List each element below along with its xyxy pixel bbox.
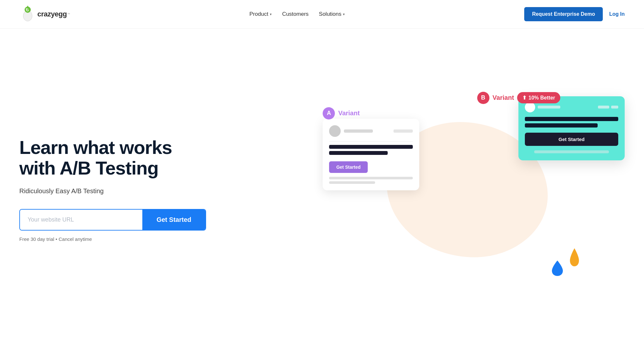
card-a-footer	[329, 177, 413, 184]
nav-solutions[interactable]: Solutions ▾	[319, 11, 345, 17]
card-b-hbar-2	[598, 106, 609, 109]
card-a-text-1	[329, 145, 413, 149]
card-a-footer-bar-1	[329, 177, 413, 179]
card-b-text-1	[525, 117, 618, 121]
droplet-blue-icon	[551, 260, 564, 277]
card-b-header-bars	[538, 106, 618, 109]
hero-section: Learn what works with A/B Testing Ridicu…	[0, 29, 644, 341]
enterprise-demo-button[interactable]: Request Enterprise Demo	[524, 7, 603, 21]
login-button[interactable]: Log In	[609, 11, 625, 17]
svg-point-5	[27, 6, 28, 7]
card-b-hbar-1	[538, 106, 560, 109]
product-chevron-icon: ▾	[270, 12, 272, 16]
better-arrow-icon: ⬆	[522, 95, 526, 101]
navbar: G crazyegg ™ Product ▾ Customers Solutio…	[0, 0, 644, 29]
hero-subheadline: Ridiculously Easy A/B Testing	[19, 187, 206, 195]
avatar-icon	[329, 125, 341, 137]
url-input[interactable]	[20, 210, 142, 230]
card-a-name-bar	[344, 129, 373, 133]
droplet-gold-icon	[569, 248, 580, 267]
svg-text:G: G	[26, 8, 29, 12]
card-a-meta-bar	[393, 129, 413, 133]
get-started-button[interactable]: Get Started	[142, 210, 205, 230]
card-a-footer-bar-2	[329, 181, 375, 184]
card-b-text-2	[525, 123, 598, 128]
logo-tm: ™	[67, 13, 70, 16]
card-a-divider	[329, 141, 413, 142]
nav-links: Product ▾ Customers Solutions ▾	[250, 11, 345, 17]
nav-product[interactable]: Product ▾	[250, 11, 272, 17]
variant-a-text: Variant	[338, 109, 360, 117]
logo-icon: G	[19, 6, 36, 23]
card-a-text-2	[329, 151, 388, 155]
hero-left: Learn what works with A/B Testing Ridicu…	[19, 137, 206, 242]
variant-b-text: Variant	[493, 94, 514, 101]
hero-illustration: A Variant Get Started	[310, 96, 625, 283]
variant-a-badge: A	[323, 107, 335, 119]
variant-a-card: A Variant Get Started	[323, 119, 419, 190]
card-b-content	[525, 117, 618, 128]
card-b-hbar-3	[611, 106, 618, 109]
variant-b-badge: B	[477, 92, 489, 104]
nav-customers[interactable]: Customers	[282, 11, 308, 17]
card-a-content	[329, 145, 413, 155]
hero-headline: Learn what works with A/B Testing	[19, 137, 206, 178]
card-b-cta-button[interactable]: Get Started	[525, 133, 618, 146]
trial-note: Free 30 day trial • Cancel anytime	[19, 236, 206, 242]
variant-b-card: Get Started	[518, 96, 625, 160]
variant-b-label-group: B Variant ⬆ 10% Better	[477, 92, 560, 104]
nav-cta-group: Request Enterprise Demo Log In	[524, 7, 625, 21]
variant-a-label: A Variant	[323, 107, 360, 119]
card-a-avatar-row	[329, 125, 413, 137]
logo[interactable]: G crazyegg ™	[19, 6, 70, 23]
solutions-chevron-icon: ▾	[343, 12, 345, 16]
logo-text: crazyegg	[37, 10, 67, 18]
better-badge: ⬆ 10% Better	[517, 92, 560, 103]
card-a-cta-button[interactable]: Get Started	[329, 161, 367, 173]
card-b-footer-bar	[534, 150, 609, 153]
url-form: Get Started	[19, 209, 206, 231]
